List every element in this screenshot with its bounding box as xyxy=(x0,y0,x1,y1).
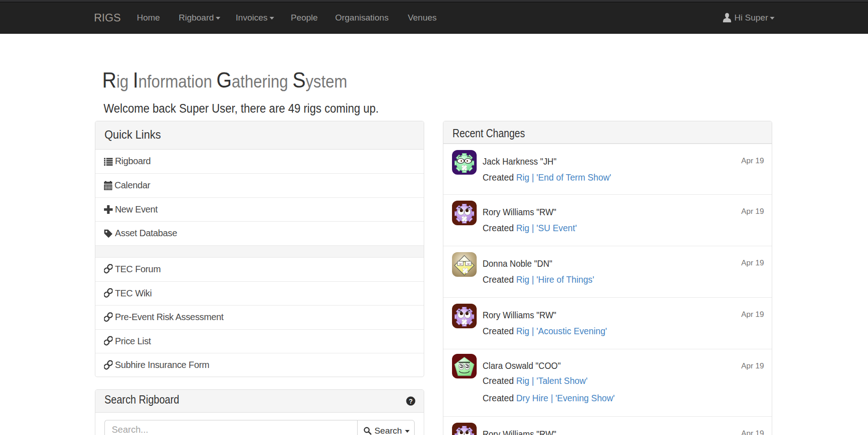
svg-text:?: ? xyxy=(409,398,413,405)
